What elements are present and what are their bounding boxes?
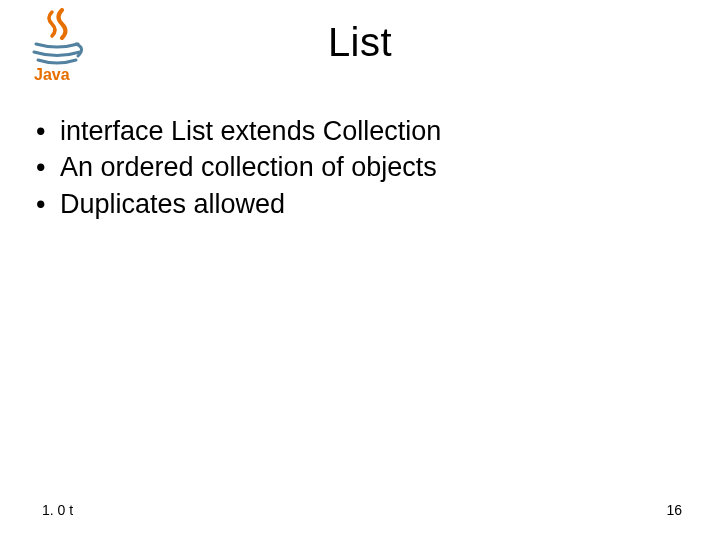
page-number: 16	[666, 502, 682, 518]
svg-text:Java: Java	[34, 66, 70, 83]
bullet-list: interface List extends Collection An ord…	[28, 113, 720, 222]
footer-version: 1. 0 t	[42, 502, 73, 518]
java-logo-icon: Java	[22, 8, 92, 83]
slide-title: List	[0, 0, 720, 65]
bullet-item: Duplicates allowed	[28, 186, 720, 222]
bullet-item: interface List extends Collection	[28, 113, 720, 149]
bullet-item: An ordered collection of objects	[28, 149, 720, 185]
